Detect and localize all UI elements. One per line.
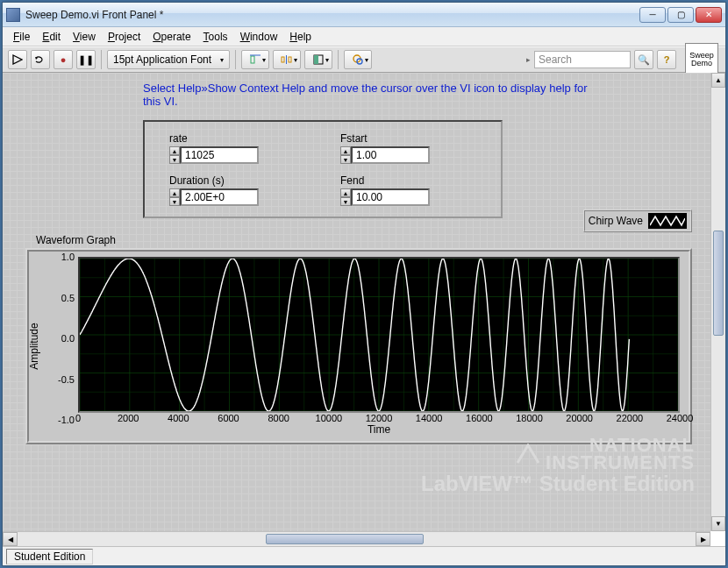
rate-control: rate ▲▼ 11025 — [169, 132, 305, 164]
svg-rect-6 — [314, 55, 318, 64]
menu-tools[interactable]: Tools — [198, 29, 233, 45]
y-axis-label: Amplitude — [28, 323, 40, 369]
vertical-scrollbar[interactable]: ▲ ▼ — [710, 73, 725, 531]
rate-spinner[interactable]: ▲▼ — [169, 146, 180, 164]
vi-window: Sweep Demo.vi Front Panel * ─ ▢ ✕ File E… — [2, 2, 726, 566]
menu-view[interactable]: View — [68, 29, 101, 45]
maximize-button[interactable]: ▢ — [667, 7, 694, 23]
menu-file[interactable]: File — [8, 29, 35, 45]
fstart-spinner[interactable]: ▲▼ — [340, 146, 351, 164]
x-tick: 22000 — [617, 413, 644, 423]
up-icon[interactable]: ▲ — [340, 146, 351, 155]
fend-spinner[interactable]: ▲▼ — [340, 188, 351, 206]
x-tick: 10000 — [316, 413, 343, 423]
content-area: Select Help»Show Context Help and move t… — [3, 73, 725, 546]
toolbar-separator — [101, 50, 102, 69]
down-icon[interactable]: ▼ — [169, 155, 180, 164]
fstart-numeric[interactable]: ▲▼ 1.00 — [340, 146, 476, 164]
search-icon: 🔍 — [638, 54, 650, 66]
align-icon — [250, 54, 261, 65]
run-continuous-button[interactable] — [31, 50, 50, 69]
font-selector[interactable]: 15pt Application Font — [107, 50, 230, 69]
search-placeholder: Search — [539, 53, 572, 66]
x-axis-label: Time — [78, 423, 680, 436]
resize-button[interactable] — [304, 50, 332, 69]
horizontal-scrollbar[interactable]: ◀ ▶ — [3, 531, 710, 546]
menu-operate[interactable]: Operate — [147, 29, 196, 45]
duration-spinner[interactable]: ▲▼ — [169, 188, 180, 206]
fend-numeric[interactable]: ▲▼ 10.00 — [340, 188, 476, 206]
up-icon[interactable]: ▲ — [340, 188, 351, 197]
legend-swatch — [648, 213, 687, 229]
down-icon[interactable]: ▼ — [169, 197, 180, 206]
fstart-value[interactable]: 1.00 — [351, 146, 430, 164]
x-axis-ticks: 0200040006000800010000120001400016000180… — [78, 413, 680, 425]
search-button[interactable]: 🔍 — [634, 50, 653, 69]
plot-area[interactable] — [78, 257, 680, 413]
menu-help[interactable]: Help — [284, 29, 317, 45]
run-arrow-icon — [12, 54, 23, 65]
distribute-icon — [281, 54, 293, 65]
duration-numeric[interactable]: ▲▼ 2.00E+0 — [169, 188, 305, 206]
svg-rect-0 — [251, 56, 254, 63]
down-icon[interactable]: ▼ — [340, 197, 351, 206]
menu-edit[interactable]: Edit — [37, 29, 66, 45]
x-tick: 18000 — [516, 413, 543, 423]
duration-label: Duration (s) — [169, 174, 305, 187]
waveform-graph: Chirp Wave Waveform Graph Amplitude 1.00… — [25, 234, 692, 444]
resize-icon — [313, 54, 324, 65]
up-icon[interactable]: ▲ — [169, 188, 180, 197]
scroll-thumb[interactable] — [266, 534, 424, 544]
search-input[interactable]: Search — [534, 51, 631, 68]
scroll-up-button[interactable]: ▲ — [711, 73, 725, 88]
x-tick: 8000 — [268, 413, 289, 423]
rate-numeric[interactable]: ▲▼ 11025 — [169, 146, 305, 164]
reorder-icon — [353, 54, 363, 65]
rate-value[interactable]: 11025 — [180, 146, 259, 164]
vi-icon[interactable]: Sweep Demo — [685, 43, 718, 76]
x-tick: 2000 — [118, 413, 139, 423]
graph-legend[interactable]: Chirp Wave — [583, 209, 692, 232]
window-title: Sweep Demo.vi Front Panel * — [25, 9, 639, 21]
down-icon[interactable]: ▼ — [340, 155, 351, 164]
fend-value[interactable]: 10.00 — [351, 188, 430, 206]
scroll-right-button[interactable]: ▶ — [696, 532, 710, 546]
abort-button[interactable]: ● — [54, 50, 73, 69]
run-button[interactable] — [8, 50, 27, 69]
x-tick: 14000 — [416, 413, 443, 423]
search-marker-icon: ▸ — [526, 55, 531, 64]
run-continuous-icon — [34, 54, 46, 65]
y-tick: 0.0 — [45, 333, 75, 344]
scroll-left-button[interactable]: ◀ — [3, 532, 18, 546]
pause-button[interactable]: ❚❚ — [76, 50, 96, 69]
watermark: NATIONAL INSTRUMENTS LabVIEW™ Student Ed… — [421, 437, 695, 496]
distribute-button[interactable] — [273, 50, 301, 69]
svg-rect-3 — [289, 57, 291, 62]
help-button[interactable]: ? — [657, 50, 676, 69]
front-panel-canvas[interactable]: Select Help»Show Context Help and move t… — [3, 73, 710, 531]
x-tick: 4000 — [168, 413, 189, 423]
svg-rect-2 — [282, 57, 284, 62]
reorder-button[interactable] — [344, 50, 372, 69]
up-icon[interactable]: ▲ — [169, 146, 180, 155]
graph-title: Waveform Graph — [36, 234, 692, 246]
scroll-thumb[interactable] — [713, 231, 724, 336]
menu-window[interactable]: Window — [235, 29, 283, 45]
close-button[interactable]: ✕ — [696, 7, 722, 23]
align-button[interactable] — [241, 50, 269, 69]
rate-label: rate — [169, 132, 305, 145]
menu-project[interactable]: Project — [103, 29, 146, 45]
help-text: Select Help»Show Context Help and move t… — [143, 82, 599, 108]
parameter-cluster: rate ▲▼ 11025 Fstart ▲▼ 1.00 Duration (s… — [143, 120, 503, 218]
duration-value[interactable]: 2.00E+0 — [180, 188, 259, 206]
x-tick: 24000 — [667, 413, 694, 423]
y-tick: -0.5 — [45, 374, 75, 385]
fstart-label: Fstart — [340, 132, 476, 145]
y-tick: 0.5 — [45, 293, 75, 303]
scroll-down-button[interactable]: ▼ — [711, 516, 725, 531]
menubar: File Edit View Project Operate Tools Win… — [3, 27, 725, 46]
vi-file-icon — [6, 8, 20, 22]
fend-label: Fend — [340, 174, 476, 187]
minimize-button[interactable]: ─ — [639, 7, 666, 23]
y-axis: Amplitude 1.00.50.0-0.5-1.0 — [38, 257, 78, 436]
